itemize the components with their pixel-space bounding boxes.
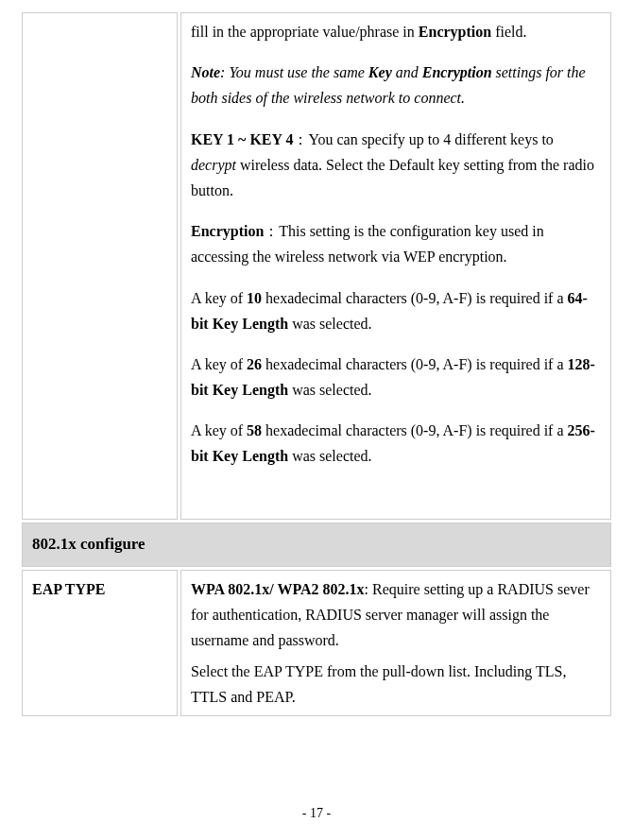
table-row: fill in the appropriate value/phrase in …	[22, 12, 611, 520]
note-label: Note	[191, 64, 220, 80]
text-bold: 58	[247, 422, 262, 438]
encryption-label: Encryption	[191, 223, 264, 239]
paragraph-eap: Select the EAP TYPE from the pull-down l…	[191, 659, 601, 710]
wpa-label: WPA 802.1x/ WPA2 802.1x	[191, 581, 365, 597]
text-bold-italic: Encryption	[422, 64, 492, 80]
cell-left-empty	[22, 12, 178, 520]
cell-left-eaptype: EAP TYPE	[22, 570, 178, 717]
text: was selected.	[288, 382, 371, 398]
text-bold: Encryption	[419, 24, 491, 40]
paragraph-key: KEY 1 ~ KEY 4：You can specify up to 4 di…	[191, 127, 601, 204]
page-number: - 17 -	[0, 806, 633, 821]
text-italic: and	[392, 64, 422, 80]
text: was selected.	[288, 448, 371, 464]
section-header: 802.1x configure	[22, 523, 611, 567]
cell-right-content: fill in the appropriate value/phrase in …	[180, 12, 611, 520]
cell-right-eap-content: WPA 802.1x/ WPA2 802.1x: Require setting…	[180, 570, 611, 717]
text: fill in the appropriate value/phrase in	[191, 24, 419, 40]
paragraph-encryption: Encryption：This setting is the configura…	[191, 218, 601, 269]
text: was selected.	[288, 316, 371, 332]
text: wireless data. Select the Default key se…	[191, 157, 594, 198]
text-bold: 26	[247, 356, 262, 372]
text-bold-italic: Key	[368, 64, 392, 80]
text: A key of	[191, 290, 247, 306]
text: A key of	[191, 422, 247, 438]
text: hexadecimal characters (0-9, A-F) is req…	[262, 356, 567, 372]
text: You can specify up to 4 different keys t…	[308, 131, 553, 147]
key-label: KEY 1 ~ KEY 4	[191, 131, 293, 147]
text: field.	[491, 24, 526, 40]
text-bold: 10	[247, 290, 262, 306]
text-italic: decrypt	[191, 157, 236, 173]
spacer	[191, 485, 601, 513]
text-italic: : You must use the same	[220, 64, 368, 80]
paragraph-key26: A key of 26 hexadecimal characters (0-9,…	[191, 351, 601, 403]
paragraph-key10: A key of 10 hexadecimal characters (0-9,…	[191, 285, 601, 336]
paragraph-wpa: WPA 802.1x/ WPA2 802.1x: Require setting…	[191, 576, 601, 654]
paragraph-note: Note: You must use the same Key and Encr…	[191, 60, 601, 111]
text: ：	[293, 131, 308, 147]
text: A key of	[191, 356, 247, 372]
paragraph-key58: A key of 58 hexadecimal characters (0-9,…	[191, 418, 601, 469]
doc-table: fill in the appropriate value/phrase in …	[19, 9, 614, 719]
table-row-header: 802.1x configure	[22, 523, 611, 567]
table-row: EAP TYPE WPA 802.1x/ WPA2 802.1x: Requir…	[22, 570, 611, 717]
text: hexadecimal characters (0-9, A-F) is req…	[262, 290, 567, 306]
text: hexadecimal characters (0-9, A-F) is req…	[262, 422, 567, 438]
text: ：	[264, 223, 279, 239]
paragraph: fill in the appropriate value/phrase in …	[191, 19, 601, 44]
